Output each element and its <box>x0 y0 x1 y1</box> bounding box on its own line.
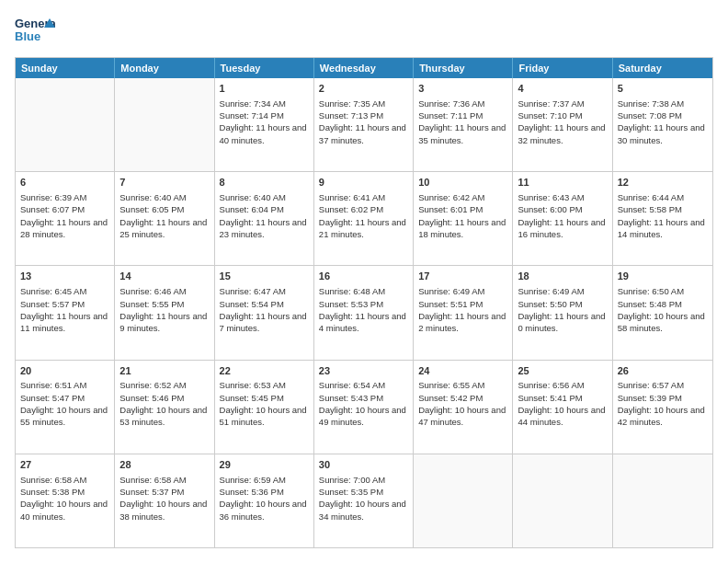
calendar-day-22: 22Sunrise: 6:53 AM Sunset: 5:45 PM Dayli… <box>215 361 314 454</box>
svg-text:Blue: Blue <box>15 29 40 43</box>
header-day-tuesday: Tuesday <box>215 58 314 78</box>
calendar-day-20: 20Sunrise: 6:51 AM Sunset: 5:47 PM Dayli… <box>16 361 115 454</box>
day-number-10: 10 <box>418 176 507 190</box>
calendar-day-13: 13Sunrise: 6:45 AM Sunset: 5:57 PM Dayli… <box>16 266 115 359</box>
day-number-14: 14 <box>119 270 209 283</box>
day-details-9: Sunrise: 6:41 AM Sunset: 6:02 PM Dayligh… <box>319 191 408 240</box>
page: General Blue SundayMondayTuesdayWednesda… <box>0 0 728 563</box>
calendar-day-3: 3Sunrise: 7:36 AM Sunset: 7:11 PM Daylig… <box>414 78 513 171</box>
day-number-2: 2 <box>319 82 408 96</box>
calendar-day-30: 30Sunrise: 7:00 AM Sunset: 5:35 PM Dayli… <box>314 454 414 547</box>
day-details-26: Sunrise: 6:57 AM Sunset: 5:39 PM Dayligh… <box>618 379 708 428</box>
calendar-week-1: 1Sunrise: 7:34 AM Sunset: 7:14 PM Daylig… <box>16 78 712 171</box>
logo-svg: General Blue <box>15 15 55 48</box>
day-details-4: Sunrise: 7:37 AM Sunset: 7:10 PM Dayligh… <box>518 98 607 146</box>
day-details-30: Sunrise: 7:00 AM Sunset: 5:35 PM Dayligh… <box>319 474 408 523</box>
day-details-25: Sunrise: 6:56 AM Sunset: 5:41 PM Dayligh… <box>518 379 607 428</box>
day-details-28: Sunrise: 6:58 AM Sunset: 5:37 PM Dayligh… <box>119 474 209 523</box>
day-details-3: Sunrise: 7:36 AM Sunset: 7:11 PM Dayligh… <box>418 98 507 146</box>
day-details-13: Sunrise: 6:45 AM Sunset: 5:57 PM Dayligh… <box>20 285 109 334</box>
header-day-monday: Monday <box>115 58 214 78</box>
day-number-13: 13 <box>20 270 109 283</box>
day-number-29: 29 <box>220 458 309 472</box>
calendar-day-empty <box>414 454 513 547</box>
calendar-day-4: 4Sunrise: 7:37 AM Sunset: 7:10 PM Daylig… <box>513 78 612 171</box>
day-number-28: 28 <box>119 458 209 472</box>
calendar-week-3: 13Sunrise: 6:45 AM Sunset: 5:57 PM Dayli… <box>16 265 712 359</box>
calendar-day-25: 25Sunrise: 6:56 AM Sunset: 5:41 PM Dayli… <box>513 361 612 454</box>
calendar: SundayMondayTuesdayWednesdayThursdayFrid… <box>15 57 713 548</box>
day-details-22: Sunrise: 6:53 AM Sunset: 5:45 PM Dayligh… <box>220 379 309 428</box>
day-number-12: 12 <box>618 176 708 190</box>
calendar-day-9: 9Sunrise: 6:41 AM Sunset: 6:02 PM Daylig… <box>314 172 414 265</box>
calendar-day-empty <box>16 78 115 171</box>
day-details-23: Sunrise: 6:54 AM Sunset: 5:43 PM Dayligh… <box>319 379 408 428</box>
day-number-23: 23 <box>319 364 408 378</box>
header-day-saturday: Saturday <box>613 58 712 78</box>
day-number-4: 4 <box>518 82 607 96</box>
day-number-25: 25 <box>518 364 607 378</box>
day-number-8: 8 <box>220 176 309 190</box>
day-details-29: Sunrise: 6:59 AM Sunset: 5:36 PM Dayligh… <box>220 474 309 523</box>
calendar-day-29: 29Sunrise: 6:59 AM Sunset: 5:36 PM Dayli… <box>215 454 314 547</box>
day-number-9: 9 <box>319 176 408 190</box>
day-number-18: 18 <box>518 270 607 283</box>
calendar-day-23: 23Sunrise: 6:54 AM Sunset: 5:43 PM Dayli… <box>314 361 414 454</box>
calendar-day-12: 12Sunrise: 6:44 AM Sunset: 5:58 PM Dayli… <box>613 172 712 265</box>
day-details-11: Sunrise: 6:43 AM Sunset: 6:00 PM Dayligh… <box>518 191 607 240</box>
day-details-1: Sunrise: 7:34 AM Sunset: 7:14 PM Dayligh… <box>220 98 309 146</box>
day-details-20: Sunrise: 6:51 AM Sunset: 5:47 PM Dayligh… <box>20 379 109 428</box>
header-day-wednesday: Wednesday <box>314 58 414 78</box>
calendar-day-10: 10Sunrise: 6:42 AM Sunset: 6:01 PM Dayli… <box>414 172 513 265</box>
day-details-14: Sunrise: 6:46 AM Sunset: 5:55 PM Dayligh… <box>119 285 209 334</box>
calendar-day-21: 21Sunrise: 6:52 AM Sunset: 5:46 PM Dayli… <box>115 361 214 454</box>
calendar-body: 1Sunrise: 7:34 AM Sunset: 7:14 PM Daylig… <box>16 78 712 547</box>
calendar-day-28: 28Sunrise: 6:58 AM Sunset: 5:37 PM Dayli… <box>115 454 214 547</box>
header: General Blue <box>15 15 713 48</box>
calendar-day-19: 19Sunrise: 6:50 AM Sunset: 5:48 PM Dayli… <box>613 266 712 359</box>
calendar-day-empty <box>613 454 712 547</box>
day-number-26: 26 <box>618 364 708 378</box>
header-day-friday: Friday <box>513 58 612 78</box>
day-number-5: 5 <box>618 82 708 96</box>
day-details-12: Sunrise: 6:44 AM Sunset: 5:58 PM Dayligh… <box>618 191 708 240</box>
day-details-10: Sunrise: 6:42 AM Sunset: 6:01 PM Dayligh… <box>418 191 507 240</box>
day-number-11: 11 <box>518 176 607 190</box>
day-details-16: Sunrise: 6:48 AM Sunset: 5:53 PM Dayligh… <box>319 285 408 334</box>
day-details-27: Sunrise: 6:58 AM Sunset: 5:38 PM Dayligh… <box>20 474 109 523</box>
calendar-day-26: 26Sunrise: 6:57 AM Sunset: 5:39 PM Dayli… <box>613 361 712 454</box>
day-number-6: 6 <box>20 176 109 190</box>
day-details-2: Sunrise: 7:35 AM Sunset: 7:13 PM Dayligh… <box>319 98 408 146</box>
day-number-27: 27 <box>20 458 109 472</box>
day-number-7: 7 <box>119 176 209 190</box>
day-number-20: 20 <box>20 364 109 378</box>
calendar-day-16: 16Sunrise: 6:48 AM Sunset: 5:53 PM Dayli… <box>314 266 414 359</box>
day-number-30: 30 <box>319 458 408 472</box>
calendar-day-8: 8Sunrise: 6:40 AM Sunset: 6:04 PM Daylig… <box>215 172 314 265</box>
calendar-day-15: 15Sunrise: 6:47 AM Sunset: 5:54 PM Dayli… <box>215 266 314 359</box>
day-number-24: 24 <box>418 364 507 378</box>
calendar-day-11: 11Sunrise: 6:43 AM Sunset: 6:00 PM Dayli… <box>513 172 612 265</box>
day-details-5: Sunrise: 7:38 AM Sunset: 7:08 PM Dayligh… <box>618 98 708 146</box>
day-number-22: 22 <box>220 364 309 378</box>
calendar-header: SundayMondayTuesdayWednesdayThursdayFrid… <box>16 58 712 78</box>
day-details-24: Sunrise: 6:55 AM Sunset: 5:42 PM Dayligh… <box>418 379 507 428</box>
calendar-week-5: 27Sunrise: 6:58 AM Sunset: 5:38 PM Dayli… <box>16 454 712 547</box>
day-number-15: 15 <box>220 270 309 283</box>
day-details-8: Sunrise: 6:40 AM Sunset: 6:04 PM Dayligh… <box>220 191 309 240</box>
calendar-day-17: 17Sunrise: 6:49 AM Sunset: 5:51 PM Dayli… <box>414 266 513 359</box>
calendar-day-18: 18Sunrise: 6:49 AM Sunset: 5:50 PM Dayli… <box>513 266 612 359</box>
day-details-6: Sunrise: 6:39 AM Sunset: 6:07 PM Dayligh… <box>20 191 109 240</box>
calendar-week-2: 6Sunrise: 6:39 AM Sunset: 6:07 PM Daylig… <box>16 171 712 265</box>
day-details-18: Sunrise: 6:49 AM Sunset: 5:50 PM Dayligh… <box>518 285 607 334</box>
header-day-thursday: Thursday <box>414 58 513 78</box>
day-number-21: 21 <box>119 364 209 378</box>
day-details-19: Sunrise: 6:50 AM Sunset: 5:48 PM Dayligh… <box>618 285 708 334</box>
day-number-16: 16 <box>319 270 408 283</box>
day-number-3: 3 <box>418 82 507 96</box>
day-number-1: 1 <box>220 82 309 96</box>
calendar-day-7: 7Sunrise: 6:40 AM Sunset: 6:05 PM Daylig… <box>115 172 214 265</box>
calendar-week-4: 20Sunrise: 6:51 AM Sunset: 5:47 PM Dayli… <box>16 360 712 454</box>
day-number-17: 17 <box>418 270 507 283</box>
calendar-day-empty <box>115 78 214 171</box>
